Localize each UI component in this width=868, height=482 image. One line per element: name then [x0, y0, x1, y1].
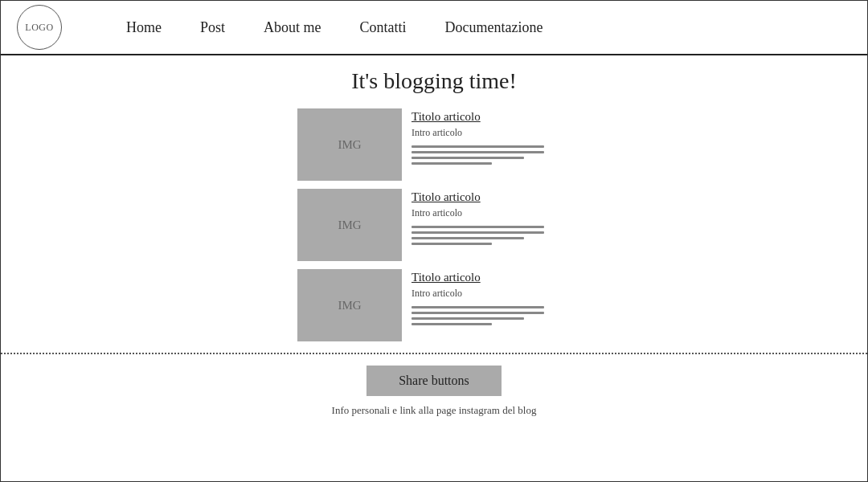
share-buttons-button[interactable]: Share buttons	[366, 366, 502, 396]
nav-documentazione[interactable]: Documentazione	[445, 19, 543, 36]
header: LOGO Home Post About me Contatti Documen…	[1, 1, 867, 55]
text-line	[411, 226, 544, 228]
article-list: IMG Titolo articolo Intro articolo IMG T…	[17, 108, 851, 341]
main-content: It's blogging time! IMG Titolo articolo …	[1, 55, 867, 341]
nav-contatti[interactable]: Contatti	[360, 19, 407, 36]
text-line	[411, 151, 544, 153]
nav-home[interactable]: Home	[126, 19, 162, 36]
text-line	[411, 231, 544, 234]
article-content-1: Titolo articolo Intro articolo	[411, 108, 544, 181]
article-title-2[interactable]: Titolo articolo	[411, 190, 544, 204]
article-image-1: IMG	[297, 108, 402, 181]
text-line	[411, 323, 492, 325]
article-title-3[interactable]: Titolo articolo	[411, 271, 544, 284]
footer: Share buttons Info personali e link alla…	[1, 354, 867, 425]
article-image-3: IMG	[297, 269, 402, 341]
text-line	[411, 243, 492, 245]
article-content-2: Titolo articolo Intro articolo	[411, 189, 544, 261]
table-row: IMG Titolo articolo Intro articolo	[297, 189, 571, 261]
text-line	[411, 145, 544, 148]
main-nav: Home Post About me Contatti Documentazio…	[126, 19, 542, 36]
text-line	[411, 162, 492, 165]
article-image-2: IMG	[297, 189, 402, 261]
logo: LOGO	[17, 5, 62, 50]
table-row: IMG Titolo articolo Intro articolo	[297, 269, 571, 341]
text-line	[411, 237, 524, 239]
footer-info-text: Info personali e link alla page instagra…	[332, 404, 537, 417]
article-lines-3	[411, 306, 544, 325]
article-content-3: Titolo articolo Intro articolo	[411, 269, 544, 341]
logo-label: LOGO	[25, 22, 53, 34]
article-lines-2	[411, 226, 544, 245]
text-line	[411, 317, 524, 320]
article-intro-2: Intro articolo	[411, 207, 544, 219]
text-line	[411, 312, 544, 314]
article-intro-1: Intro articolo	[411, 127, 544, 139]
table-row: IMG Titolo articolo Intro articolo	[297, 108, 571, 181]
nav-post[interactable]: Post	[200, 19, 225, 36]
text-line	[411, 306, 544, 308]
page-title: It's blogging time!	[17, 68, 851, 94]
article-lines-1	[411, 145, 544, 165]
article-title-1[interactable]: Titolo articolo	[411, 110, 544, 124]
text-line	[411, 157, 524, 159]
article-intro-3: Intro articolo	[411, 288, 544, 300]
nav-about-me[interactable]: About me	[264, 19, 321, 36]
